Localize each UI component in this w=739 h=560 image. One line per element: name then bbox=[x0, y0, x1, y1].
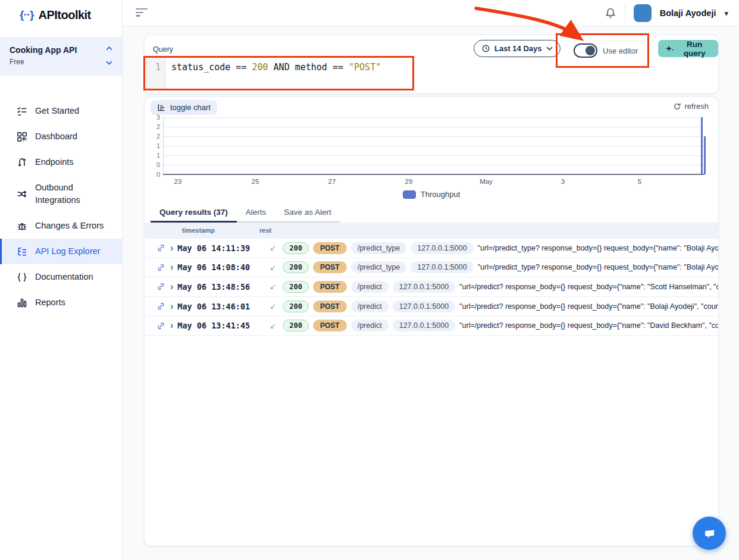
bar-chart-icon bbox=[16, 298, 27, 308]
chevron-down-icon[interactable] bbox=[106, 61, 112, 65]
legend-swatch bbox=[403, 190, 416, 199]
table-row[interactable]: › May 06 13:41:45 ↙ 200 POST /predict 12… bbox=[145, 316, 718, 336]
table-header: timestamp rest bbox=[145, 223, 718, 239]
column-header-rest: rest bbox=[259, 223, 271, 239]
project-plan: Free bbox=[10, 58, 112, 66]
notification-bell-icon[interactable] bbox=[605, 7, 616, 19]
run-query-label: Run query bbox=[678, 40, 710, 58]
y-tick-label: 0 bbox=[145, 171, 160, 178]
host-badge: 127.0.0.1:5000 bbox=[393, 281, 455, 293]
y-tick-label: 1 bbox=[145, 152, 160, 159]
method-badge: POST bbox=[313, 301, 347, 312]
throughput-bar[interactable] bbox=[701, 117, 703, 174]
sidebar-item-endpoints[interactable]: Endpoints bbox=[0, 149, 122, 175]
sidebar-item-api-log-explorer[interactable]: API Log Explorer bbox=[0, 239, 122, 264]
path-badge: /predict bbox=[351, 301, 389, 312]
path-badge: /predict_type bbox=[351, 242, 407, 254]
link-icon[interactable] bbox=[156, 321, 166, 330]
time-range-dropdown[interactable]: Last 14 Days bbox=[474, 40, 560, 57]
sidebar-item-label: Changes & Errors bbox=[35, 220, 104, 232]
method-badge: POST bbox=[313, 281, 347, 293]
throughput-bar[interactable] bbox=[704, 136, 706, 174]
use-editor-toggle[interactable] bbox=[574, 43, 597, 58]
y-tick-label: 2 bbox=[145, 133, 160, 140]
x-tick-label: 27 bbox=[319, 178, 345, 185]
link-icon[interactable] bbox=[156, 302, 166, 311]
sidebar-item-reports[interactable]: Reports bbox=[0, 290, 122, 315]
link-icon[interactable] bbox=[156, 243, 166, 252]
x-tick-label: 25 bbox=[242, 178, 268, 185]
tab-query-results-37[interactable]: Query results (37) bbox=[151, 204, 237, 223]
use-editor-label: Use editor bbox=[603, 46, 638, 55]
table-row[interactable]: › May 06 13:48:56 ↙ 200 POST /predict 12… bbox=[145, 277, 718, 297]
gridline bbox=[164, 127, 703, 127]
sidebar-item-changes-errors[interactable]: Changes & Errors bbox=[0, 213, 122, 239]
link-icon[interactable] bbox=[156, 263, 166, 272]
host-badge: 127.0.0.1:5000 bbox=[411, 261, 473, 273]
table-row[interactable]: › May 06 13:46:01 ↙ 200 POST /predict 12… bbox=[145, 297, 718, 317]
column-header-timestamp: timestamp bbox=[182, 223, 215, 239]
run-query-button[interactable]: ✦˖ Run query bbox=[658, 40, 718, 57]
row-detail: "url=/predict? response_body={} request_… bbox=[459, 302, 718, 311]
sidebar-item-documentation[interactable]: Documentation bbox=[0, 264, 122, 290]
refresh-label: refresh bbox=[685, 102, 709, 111]
sidebar-item-label: Reports bbox=[35, 296, 65, 309]
use-editor-annotation-box: Use editor bbox=[556, 33, 649, 68]
table-row[interactable]: › May 06 14:11:39 ↙ 200 POST /predict_ty… bbox=[145, 239, 718, 258]
editor-line-number: 1 bbox=[145, 58, 165, 89]
expand-chevron-icon[interactable]: › bbox=[170, 243, 173, 253]
tab-save-as-alert[interactable]: Save as Alert bbox=[275, 204, 340, 223]
row-detail: "url=/predict_type? response_body={} req… bbox=[478, 263, 718, 271]
results-tabs: Query results (37)AlertsSave as Alert bbox=[151, 204, 340, 223]
x-axis bbox=[163, 174, 704, 175]
inbound-arrow-icon: ↙ bbox=[270, 282, 278, 291]
status-badge: 200 bbox=[283, 261, 309, 273]
row-timestamp: May 06 13:48:56 bbox=[177, 282, 265, 292]
expand-chevron-icon[interactable]: › bbox=[170, 302, 173, 311]
sidebar-item-get-started[interactable]: Get Started bbox=[0, 98, 122, 124]
chat-widget-button[interactable] bbox=[693, 517, 726, 550]
toggle-chart-label: toggle chart bbox=[170, 103, 211, 112]
method-badge: POST bbox=[313, 261, 347, 273]
expand-chevron-icon[interactable]: › bbox=[170, 321, 173, 330]
link-icon[interactable] bbox=[156, 282, 166, 291]
brand-logo[interactable]: {··} APItoolkit bbox=[0, 0, 122, 30]
status-badge: 200 bbox=[283, 242, 309, 254]
x-tick-label: 5 bbox=[627, 178, 653, 185]
status-badge: 200 bbox=[283, 301, 309, 312]
throughput-chart[interactable] bbox=[163, 117, 703, 174]
host-badge: 127.0.0.1:5000 bbox=[393, 301, 455, 312]
braces-icon bbox=[16, 272, 27, 283]
sort-lines-icon[interactable] bbox=[136, 8, 148, 18]
table-row[interactable]: › May 06 14:08:40 ↙ 200 POST /predict_ty… bbox=[145, 258, 718, 278]
sidebar-item-outbound-integrations[interactable]: Outbound Integrations bbox=[0, 175, 122, 213]
user-menu-caret-icon[interactable]: ▾ bbox=[724, 9, 728, 18]
avatar[interactable] bbox=[634, 4, 652, 22]
refresh-button[interactable]: refresh bbox=[673, 102, 709, 111]
method-badge: POST bbox=[313, 320, 347, 331]
inbound-arrow-icon: ↙ bbox=[270, 243, 278, 252]
gridline bbox=[164, 136, 703, 137]
log-tree-icon bbox=[16, 246, 27, 257]
project-switcher[interactable]: Cooking App API Free bbox=[0, 37, 122, 76]
time-range-label: Last 14 Days bbox=[494, 44, 542, 53]
y-tick-label: 1 bbox=[145, 142, 160, 149]
row-detail: "url=/predict_type? response_body={} req… bbox=[478, 244, 718, 252]
query-editor-input[interactable]: status_code == 200 AND method == "POST" bbox=[165, 58, 381, 89]
gridline bbox=[164, 146, 703, 146]
tab-alerts[interactable]: Alerts bbox=[237, 204, 275, 223]
sidebar-item-dashboard[interactable]: Dashboard bbox=[0, 124, 122, 149]
toggle-chart-button[interactable]: toggle chart bbox=[151, 100, 217, 115]
sidebar: {··} APItoolkit Cooking App API Free Get… bbox=[0, 0, 123, 560]
user-name: Bolaji Ayodeji bbox=[660, 8, 716, 18]
y-tick-label: 0 bbox=[145, 161, 160, 168]
checklist-icon bbox=[16, 106, 27, 117]
expand-chevron-icon[interactable]: › bbox=[170, 262, 173, 272]
code-number-literal: 200 bbox=[252, 62, 268, 73]
chart-legend: Throughput bbox=[145, 190, 718, 199]
code-text: status_code == bbox=[171, 62, 252, 73]
expand-chevron-icon[interactable]: › bbox=[170, 282, 173, 292]
query-label: Query bbox=[153, 45, 173, 54]
chevron-up-icon[interactable] bbox=[106, 46, 112, 51]
x-tick-label: May bbox=[473, 178, 499, 185]
